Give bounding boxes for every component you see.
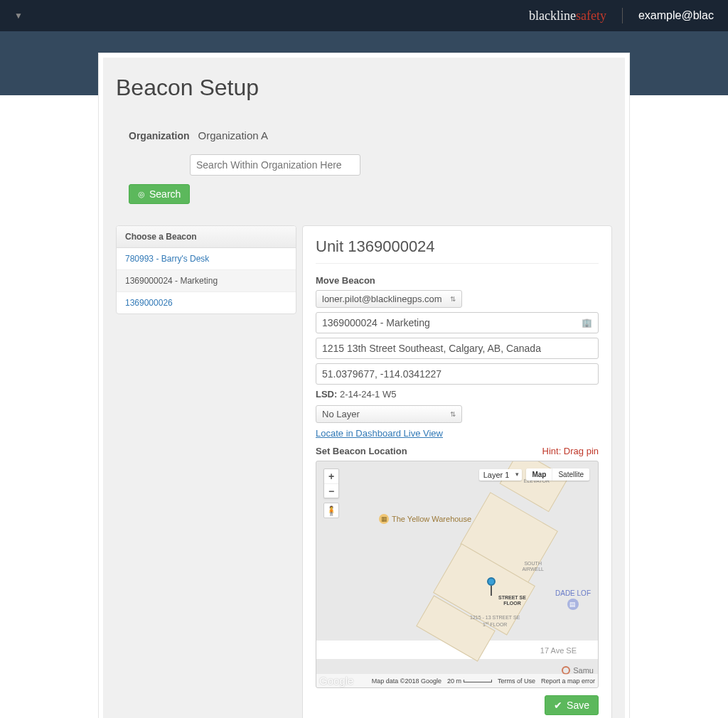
zoom-out-button[interactable]: − [324,483,338,498]
chevron-up-down-icon: ⇅ [450,296,456,303]
map-footer: Google Map data ©2018 Google 20 m Terms … [316,674,598,687]
beacon-pin-icon[interactable] [487,577,496,596]
unit-panel: Unit 1369000024 Move Beacon loner.pilot@… [302,225,612,718]
google-logo: Google [319,675,353,687]
user-email[interactable]: example@blac [638,9,714,22]
beacon-list-header: Choose a Beacon [117,226,296,248]
owner-select-value: loner.pilot@blacklinegps.com [322,294,442,304]
organization-value: Organization A [198,129,268,141]
beacon-list-item[interactable]: 780993 - Barry's Desk [117,248,296,270]
map-label-street-se: STREET SEFLOOR [498,595,526,606]
check-icon: ✔ [554,700,562,711]
zoom-in-button[interactable]: + [324,469,338,483]
zoom-control: + − [323,468,339,498]
map-type-map[interactable]: Map [526,468,552,481]
lsd-label: LSD: [316,389,337,400]
organization-row: Organization Organization A [116,129,612,141]
save-button[interactable]: ✔ Save [545,695,599,715]
page-title: Beacon Setup [116,75,612,101]
drag-pin-hint: Hint: Drag pin [542,446,599,456]
beacon-name-value: 1369000024 - Marketing [322,317,430,328]
organization-label: Organization [129,130,190,141]
pegman-icon[interactable]: 🧍 [323,503,339,518]
map-type-satellite[interactable]: Satellite [552,468,589,481]
beacon-list-item[interactable]: 1369000024 - Marketing [117,270,296,292]
layer-select[interactable]: No Layer ⇅ [316,405,462,423]
map-label-south-airwell: SOUTHAIRWELL [522,561,544,572]
map-buildings [427,468,584,639]
beacon-list-panel: Choose a Beacon 780993 - Barry's Desk 13… [116,225,296,314]
map-scale: 20 m [447,677,492,685]
map-type-toggle: Map Satellite [526,468,589,481]
map-label-addr-small: 1215 - 13 STREET SE1st FLOOR [470,615,520,628]
map-report-link[interactable]: Report a map error [541,677,595,685]
set-location-label: Set Beacon Location [316,446,407,456]
locate-dashboard-link[interactable]: Locate in Dashboard Live View [316,428,443,439]
building-icon: 🏢 [582,318,592,328]
brand-logo: blacklinesafety [529,9,606,23]
beacon-list-item[interactable]: 1369000026 [117,292,296,314]
top-bar: ▼ blacklinesafety example@blac [0,0,728,31]
move-beacon-label: Move Beacon [316,275,599,286]
org-search-input[interactable] [190,154,360,176]
map-poi-dade: DADE LOF ▤ [555,589,591,610]
main-card: Beacon Setup Organization Organization A… [98,53,630,718]
map-attribution: Map data ©2018 Google [372,677,441,685]
beacon-location-map[interactable]: 17 Ave SE ▦ The Yellow Warehouse [316,461,599,688]
chevron-up-down-icon: ⇅ [450,411,456,418]
coords-input[interactable] [316,363,599,385]
address-input[interactable] [316,338,599,359]
save-button-label: Save [567,700,589,711]
layer-select-value: No Layer [322,409,360,419]
map-layer-dropdown[interactable]: Layer 1 [479,469,523,481]
map-road-label: 17 Ave SE [540,646,577,655]
poi-icon: ▤ [567,599,579,610]
lsd-row: LSD: 2-14-24-1 W5 [316,389,599,400]
lsd-value: 2-14-24-1 W5 [340,389,396,400]
menu-caret-icon[interactable]: ▼ [14,11,23,21]
poi-icon: ▦ [379,514,389,524]
divider [622,8,623,23]
crosshair-icon: ◎ [138,190,145,199]
beacon-name-input[interactable]: 1369000024 - Marketing 🏢 [316,312,599,333]
search-button-label: Search [149,188,181,200]
map-terms-link[interactable]: Terms of Use [498,677,535,685]
unit-title: Unit 1369000024 [316,237,599,264]
owner-select[interactable]: loner.pilot@blacklinegps.com ⇅ [316,290,462,308]
search-button[interactable]: ◎ Search [129,184,190,204]
